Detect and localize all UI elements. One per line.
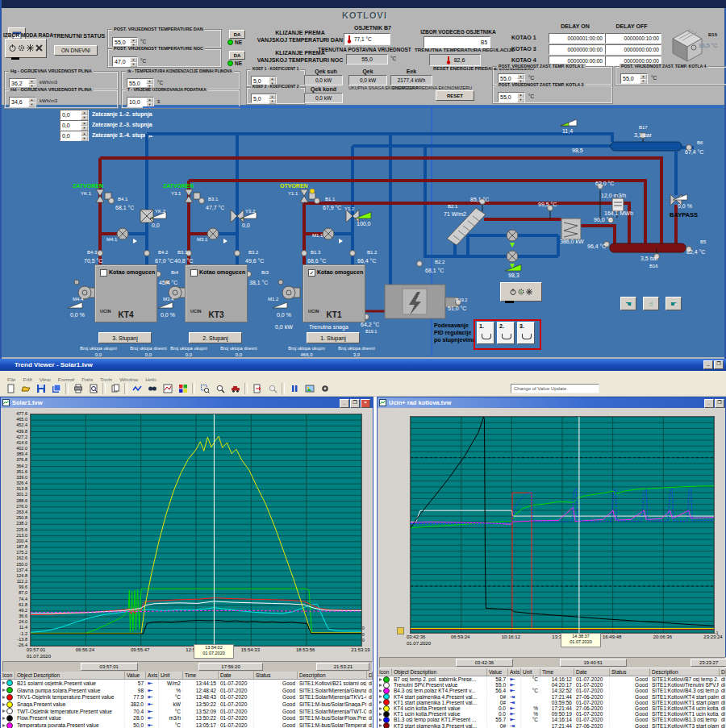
column-header-object-description[interactable]: Object Description — [392, 668, 487, 676]
line-style-icon[interactable] — [129, 381, 144, 396]
table-cell: 0# — [487, 700, 508, 705]
column-header-desig[interactable]: Desig — [367, 672, 373, 679]
table-row[interactable]: KT4 ucin kotla.Present value0.0⇤%17:21:4… — [378, 705, 726, 711]
copy-icon[interactable] — [107, 381, 123, 396]
colors-icon[interactable] — [175, 381, 190, 396]
table-row[interactable]: TWT-Osjetnik temperature.Present value70… — [1, 708, 373, 715]
pen-icon — [2, 696, 6, 699]
zoom-select-icon[interactable] — [197, 381, 212, 396]
kt1-enable-checkbox[interactable]: ✓ — [308, 269, 315, 277]
minimize-button[interactable]: _ — [704, 399, 714, 408]
find-icon[interactable] — [144, 381, 160, 396]
image-icon[interactable] — [302, 381, 317, 396]
minimize-button[interactable]: _ — [703, 360, 713, 369]
x-axis-label: 06:56:24 — [67, 647, 102, 652]
table-cell: ⇤ — [146, 708, 159, 715]
settings-icon[interactable] — [317, 381, 332, 396]
table-row[interactable]: Temperatura povrata.Present value50.0⇤°C… — [1, 722, 373, 728]
print-preview-icon[interactable] — [86, 381, 101, 396]
column-header-value[interactable]: Value — [487, 668, 508, 676]
table-row[interactable]: KT3 start plamenika 3.Present val...0#⇥1… — [378, 723, 726, 728]
pause-icon[interactable] — [286, 381, 302, 396]
pid-stage-button-3[interactable]: 3. — [517, 322, 535, 344]
table-row[interactable]: B1.3 osj temp polaz KT1.Present ...55.7⇤… — [378, 717, 726, 722]
restore-button[interactable]: ❐ — [714, 360, 724, 369]
pid-stage-button-2[interactable]: 2. — [497, 322, 515, 344]
column-header-axis[interactable]: Axis — [508, 668, 521, 676]
table-cell: ⇤ — [146, 722, 159, 728]
kt3-stage-button[interactable]: 2. Stupanj — [189, 332, 242, 343]
save-all-icon[interactable] — [48, 381, 64, 396]
maximize-button[interactable]: ❐ — [350, 399, 360, 408]
table-row[interactable]: Trenutni SPV.Present value55.0⇤04:20:170… — [378, 682, 726, 688]
export-icon[interactable] — [249, 381, 265, 396]
pid-stage-button-1[interactable]: 1. — [477, 322, 494, 344]
column-header-date[interactable]: Date — [219, 672, 254, 679]
table-row[interactable]: B7 osj temp 2. pol. sabirnik.Prese...58.… — [378, 676, 726, 682]
column-header-icon[interactable]: Icon — [378, 668, 392, 676]
table-row[interactable]: KT1 start plamenika 1.Present val...0#⇥0… — [378, 700, 726, 705]
trend-viewer-titlebar[interactable]: Trend Viewer - Solar1.tvw — [0, 359, 726, 371]
hand-button-2[interactable]: ☝ — [643, 297, 659, 310]
kt3-enable-checkbox[interactable] — [190, 269, 198, 277]
maximize-button[interactable]: ❐ — [715, 399, 724, 408]
table-cell: 0.0 — [487, 711, 508, 717]
pen-color-dot — [6, 680, 13, 686]
scrollbar-center-time[interactable]: 17:56:20 — [198, 663, 263, 671]
column-header-value[interactable]: Value — [125, 672, 146, 679]
kt4-enable-checkbox[interactable] — [100, 269, 107, 277]
open-icon[interactable] — [18, 381, 33, 396]
table-cell: KT4 ucin kotla.Present value — [392, 705, 487, 711]
column-header-description[interactable]: Description — [298, 672, 367, 679]
solar-chart-plot[interactable] — [30, 414, 362, 647]
kotlovi-time-scrollbar[interactable]: 03:42:36 19:40:51 23:23:27 — [379, 657, 726, 668]
table-row[interactable]: KT4 start palmenika 4.Present val...0#⇥1… — [378, 694, 726, 700]
solar-time-scrollbar[interactable]: 03:57:01 17:56:20 21:53:21 — [2, 661, 373, 672]
zoom-out-icon[interactable] — [265, 381, 280, 396]
close-button[interactable]: × — [361, 399, 370, 408]
table-cell: 28.0 — [125, 715, 146, 721]
print-icon[interactable] — [70, 381, 86, 396]
column-header-icon[interactable]: Icon — [1, 672, 15, 679]
hand-button-1[interactable]: ☚ — [620, 297, 636, 310]
column-header-unit[interactable]: Unit — [159, 672, 183, 679]
column-header-unit[interactable]: Unit — [521, 668, 540, 676]
kt1-stage-button[interactable]: 1. Stupanj — [307, 332, 360, 343]
column-header-time[interactable]: Time — [183, 672, 219, 679]
table-cell: 14:16:14 — [540, 717, 574, 722]
table-cell: B7 osj temp 2. pol. sabirnik.Prese... — [392, 676, 487, 682]
solar-window-titlebar[interactable]: Solar1.tvw _ ❐ × — [1, 397, 373, 408]
scrollbar-center-time[interactable]: 19:40:51 — [560, 659, 627, 667]
table-row[interactable]: Flow.Present value28.0⇤m3/h13:50:2201-07… — [1, 714, 373, 722]
table-row[interactable]: Glavna pumpa solara.Present value98⇤%12:… — [1, 687, 373, 694]
save-icon[interactable] — [33, 381, 48, 396]
column-header-time[interactable]: Time — [540, 668, 574, 676]
table-cell: Good — [610, 700, 650, 705]
kt4-stage-button[interactable]: 3. Stupanj — [98, 332, 152, 343]
zoom-icon[interactable] — [212, 381, 227, 396]
table-row[interactable]: B4.3 osj tem.polaz KT4.Present v...56.4⇤… — [378, 688, 726, 693]
pid-mode-panel[interactable] — [500, 282, 542, 302]
drive-icon[interactable] — [227, 381, 243, 396]
column-header-desig[interactable]: Desig — [720, 668, 726, 676]
y-axis-label: 465.0 — [0, 417, 27, 422]
change-of-value-box[interactable]: Change of Value Update — [511, 384, 599, 393]
column-header-status[interactable]: Status — [610, 668, 650, 676]
column-header-axis[interactable]: Axis — [146, 672, 159, 679]
column-header-date[interactable]: Date — [574, 668, 610, 676]
kotlovi-window-titlebar[interactable]: Ucin+ rad kotlova.tvw _ ❐ — [378, 397, 725, 408]
y-axis-label: 213.0 — [0, 533, 27, 538]
column-header-object-description[interactable]: Object Description — [15, 672, 125, 679]
column-header-description[interactable]: Description — [650, 668, 720, 676]
chart-window-icon[interactable] — [160, 381, 175, 396]
new-icon[interactable] — [2, 381, 18, 396]
table-row[interactable]: B21 solarni osjetnik.Present value57⇤W/m… — [1, 680, 373, 687]
hand-button-3[interactable]: ☛ — [666, 297, 682, 310]
column-header-status[interactable]: Status — [254, 672, 298, 679]
kotlovi-chart-plot[interactable] — [410, 416, 715, 634]
table-row[interactable]: Snaga.Present value382.0⇤kW13:50:2201-07… — [1, 701, 373, 708]
table-row[interactable]: KT1 ucin kotla.Present value0.0⇤%09:50:1… — [378, 711, 726, 717]
table-cell: ⇤ — [146, 701, 159, 708]
table-row[interactable]: TKV1-Osjetnik temperature.Present value7… — [1, 693, 373, 701]
minimize-button[interactable]: _ — [340, 399, 349, 408]
